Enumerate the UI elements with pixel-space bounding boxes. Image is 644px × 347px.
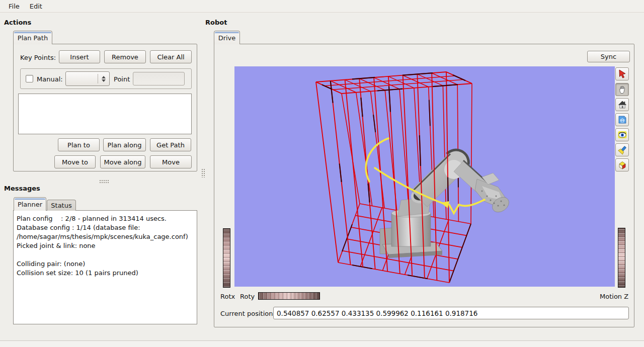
manual-combobox[interactable] (65, 71, 110, 86)
view-all-icon (617, 130, 627, 140)
view-all-button[interactable] (615, 128, 629, 141)
status-strip (0, 340, 644, 347)
seek-flashlight-icon (617, 145, 627, 155)
move-to-button[interactable]: Move to (54, 155, 96, 168)
tab-planner[interactable]: Planner (14, 197, 46, 211)
plan-along-button[interactable]: Plan along (103, 138, 146, 151)
menubar: File Edit (0, 0, 644, 13)
camera-type-button[interactable] (615, 158, 629, 171)
tab-plan-path[interactable]: Plan Path (13, 31, 52, 44)
tab-status-label: Status (51, 202, 71, 209)
current-position-input[interactable] (273, 307, 629, 319)
home-button[interactable] (615, 98, 629, 111)
pick-arrow-icon (617, 69, 627, 79)
dolly-thumbwheel[interactable] (618, 228, 625, 288)
robot-section-title: Robot (205, 19, 227, 26)
set-home-button[interactable] (615, 113, 629, 126)
move-button[interactable]: Move (150, 155, 192, 168)
insert-button[interactable]: Insert (59, 50, 100, 63)
roty-label: Roty (240, 293, 255, 300)
home-icon (617, 100, 627, 110)
set-home-icon (617, 115, 627, 125)
plan-to-button[interactable]: Plan to (58, 138, 100, 151)
camera-type-icon (617, 160, 627, 170)
actions-section-title: Actions (4, 19, 31, 26)
key-points-list[interactable] (18, 94, 192, 134)
planner-log-view: Plan config : 2/8 - planned in 313414 us… (13, 210, 197, 324)
menu-file[interactable]: File (4, 1, 24, 12)
pane-resize-grip-horizontal[interactable] (99, 180, 109, 183)
pane-resize-grip-vertical[interactable] (201, 168, 206, 178)
get-path-button[interactable]: Get Path (150, 138, 191, 151)
pick-arrow-button[interactable] (615, 67, 629, 80)
tab-drive-label: Drive (218, 34, 236, 42)
rotx-thumbwheel[interactable] (223, 228, 230, 288)
point-label: Point (114, 75, 130, 83)
move-along-button[interactable]: Move along (100, 155, 145, 168)
clear-all-button[interactable]: Clear All (150, 50, 192, 63)
sync-button[interactable]: Sync (587, 51, 630, 62)
tab-drive[interactable]: Drive (214, 31, 240, 44)
menu-edit[interactable]: Edit (25, 1, 47, 12)
tab-planner-label: Planner (18, 201, 42, 208)
point-field[interactable] (133, 72, 185, 85)
spinner-arrows-icon (98, 76, 109, 82)
hand-view-button[interactable] (615, 83, 629, 96)
key-points-label: Key Points: (20, 54, 56, 61)
current-position-label: Current position (220, 310, 273, 317)
rotx-label: Rotx (220, 293, 235, 300)
cage-top-face (316, 72, 472, 94)
messages-section-title: Messages (4, 185, 40, 192)
viewport-3d-scene[interactable] (234, 66, 615, 287)
hand-view-icon (617, 84, 627, 95)
remove-button[interactable]: Remove (104, 50, 146, 63)
manual-checkbox[interactable] (26, 75, 33, 82)
motion-z-label: Motion Z (600, 293, 628, 300)
tab-status[interactable]: Status (47, 200, 76, 211)
roty-thumbwheel[interactable] (258, 292, 320, 300)
manual-label: Manual: (37, 75, 63, 83)
seek-flashlight-button[interactable] (615, 143, 629, 156)
tab-plan-path-label: Plan Path (18, 34, 48, 42)
